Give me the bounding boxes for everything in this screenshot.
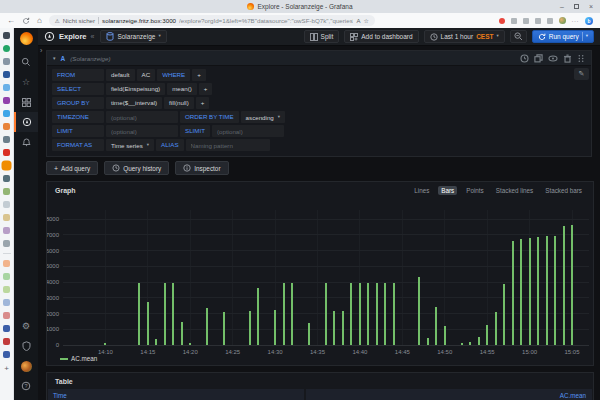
favorite-star-icon[interactable]: ☆: [363, 17, 368, 24]
bar-14:32[interactable]: [291, 283, 293, 345]
add-query-button[interactable]: + Add query: [46, 161, 98, 175]
server-admin-shield-icon[interactable]: [14, 336, 38, 356]
slimit-keyword[interactable]: SLIMIT: [180, 125, 210, 137]
bar-14:43[interactable]: [384, 283, 386, 345]
query-history-button[interactable]: Query history: [104, 161, 169, 175]
help-icon[interactable]: ?: [14, 376, 38, 396]
bar-14:36[interactable]: [325, 283, 327, 345]
query-row-header[interactable]: ▾ A (Solaranzeige): [47, 51, 591, 66]
graph-mode-stacked-bars[interactable]: Stacked bars: [542, 186, 585, 195]
limit-keyword[interactable]: LIMIT: [52, 125, 104, 137]
close-button[interactable]: ×: [589, 3, 593, 10]
bar-14:19[interactable]: [181, 322, 183, 345]
bar-14:41[interactable]: [367, 283, 369, 345]
bar-15:01[interactable]: [537, 237, 539, 345]
extension-icon-3[interactable]: [535, 18, 541, 24]
bar-15:03[interactable]: [554, 236, 556, 345]
bar-14:47[interactable]: [418, 277, 420, 345]
browser-tab-icon[interactable]: [3, 325, 10, 332]
bar-14:31[interactable]: [283, 283, 285, 345]
bar-14:17[interactable]: [164, 283, 166, 345]
alias-input[interactable]: [186, 139, 270, 151]
measurement-chip[interactable]: AC: [137, 69, 156, 81]
timezone-keyword[interactable]: TIMEZONE: [52, 111, 104, 123]
browser-tab-icon[interactable]: [3, 260, 10, 267]
add-to-dashboard-button[interactable]: Add to dashboard: [344, 30, 418, 43]
browser-tab-icon[interactable]: [3, 32, 10, 39]
maximize-button[interactable]: [574, 4, 579, 9]
add-groupby-button[interactable]: +: [196, 97, 210, 109]
collapse-query-icon[interactable]: ▾: [53, 55, 56, 61]
favorites-star-icon[interactable]: ☆: [14, 72, 38, 92]
browser-tab-icon[interactable]: [3, 214, 10, 221]
query-history-icon[interactable]: [520, 54, 529, 63]
browser-tab-icon[interactable]: [3, 84, 10, 91]
bar-14:10[interactable]: [104, 343, 106, 345]
drag-handle-icon[interactable]: [577, 54, 585, 63]
bar-14:56[interactable]: [495, 312, 497, 345]
bar-14:15[interactable]: [147, 302, 149, 345]
browser-tab-icon[interactable]: [3, 71, 10, 78]
browser-tab-icon[interactable]: [3, 136, 10, 143]
browser-tab-icon[interactable]: [3, 188, 10, 195]
bar-14:58[interactable]: [512, 241, 514, 345]
bar-14:39[interactable]: [350, 283, 352, 345]
new-tab-button[interactable]: +: [4, 365, 9, 373]
table-column-acmean[interactable]: AC.mean: [306, 389, 592, 400]
browser-tab-icon-active[interactable]: [3, 162, 10, 169]
browser-tab[interactable]: Explore - Solaranzeige - Grafana: [247, 3, 352, 10]
extension-icon-1[interactable]: [511, 18, 517, 24]
bar-14:38[interactable]: [342, 311, 344, 345]
bar-14:55[interactable]: [486, 325, 488, 345]
address-bar[interactable]: ⚠ Nicht sicher solaranzeige.fritz.box:30…: [49, 15, 375, 26]
browser-tab-icon[interactable]: [3, 149, 10, 156]
format-as-keyword[interactable]: FORMAT AS: [52, 139, 104, 151]
browser-tab-icon[interactable]: [3, 312, 10, 319]
browser-tab-icon[interactable]: [3, 45, 10, 52]
bar-14:22[interactable]: [206, 308, 208, 345]
alerting-bell-icon[interactable]: [14, 132, 38, 152]
groupby-fill-chip[interactable]: fill(null): [164, 97, 194, 109]
legend-series-label[interactable]: AC.mean: [71, 355, 97, 362]
add-where-button[interactable]: +: [192, 69, 206, 81]
bar-14:52[interactable]: [461, 343, 463, 345]
run-query-button[interactable]: Run query ▾: [532, 30, 594, 43]
bar-15:02[interactable]: [546, 236, 548, 345]
extension-icon-2[interactable]: [523, 18, 529, 24]
detach-icon[interactable]: «: [91, 33, 95, 40]
browser-profile-avatar[interactable]: [559, 17, 566, 24]
bar-14:44[interactable]: [393, 283, 395, 345]
bar-14:40[interactable]: [359, 283, 361, 345]
browser-menu-icon[interactable]: ···: [572, 18, 580, 24]
bar-14:49[interactable]: [435, 307, 437, 345]
limit-input[interactable]: [106, 125, 178, 137]
bar-14:59[interactable]: [520, 239, 522, 345]
bar-14:37[interactable]: [333, 311, 335, 345]
bar-14:53[interactable]: [469, 342, 471, 345]
browser-tab-icon[interactable]: [3, 338, 10, 345]
search-icon[interactable]: [14, 52, 38, 72]
bar-14:20[interactable]: [189, 343, 191, 345]
browser-tab-icon[interactable]: [3, 299, 10, 306]
bar-14:24[interactable]: [223, 312, 225, 345]
remove-query-icon[interactable]: [563, 54, 572, 63]
explore-compass-icon[interactable]: [14, 112, 38, 132]
where-keyword[interactable]: WHERE: [157, 69, 190, 81]
bar-14:16[interactable]: [155, 339, 157, 345]
reload-icon[interactable]: [22, 17, 30, 25]
read-aloud-icon[interactable]: A: [356, 18, 360, 24]
groupby-time-chip[interactable]: time($__interval): [106, 97, 162, 109]
graph-mode-points[interactable]: Points: [463, 186, 487, 195]
browser-tab-icon[interactable]: [3, 286, 10, 293]
disable-query-icon[interactable]: [548, 54, 558, 63]
sidebar-expand-icon[interactable]: ›: [40, 47, 42, 54]
datasource-picker[interactable]: Solaranzeige ▾: [100, 30, 166, 43]
dashboards-icon[interactable]: [14, 92, 38, 112]
add-select-button[interactable]: +: [199, 83, 213, 95]
bar-15:00[interactable]: [529, 238, 531, 345]
zoom-out-button[interactable]: [510, 30, 527, 43]
time-range-picker[interactable]: Last 1 hour CEST ▾: [424, 30, 505, 43]
alias-keyword[interactable]: ALIAS: [156, 139, 184, 151]
orderby-keyword[interactable]: ORDER BY TIME: [180, 111, 239, 123]
bar-14:28[interactable]: [257, 288, 259, 345]
